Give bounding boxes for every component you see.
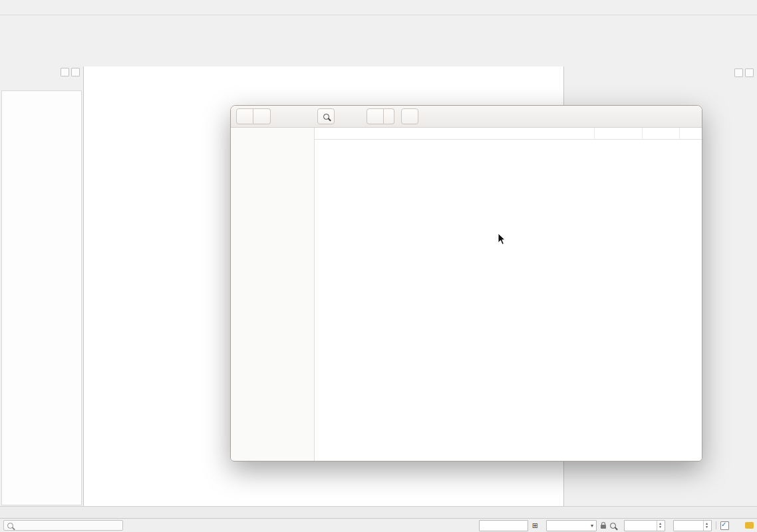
locate-input[interactable]: [3, 520, 123, 531]
search-button[interactable]: [317, 108, 335, 124]
bottom-tab-band: [0, 506, 757, 519]
forward-button[interactable]: [253, 108, 271, 124]
chevron-down-icon: ▾: [591, 523, 593, 529]
column-header-star[interactable]: [680, 128, 702, 139]
window-controls: [425, 110, 470, 122]
close-panel-icon[interactable]: [745, 68, 754, 77]
magnifier-icon: [610, 523, 616, 529]
layers-panel-titlebar: [0, 66, 83, 78]
back-button[interactable]: [236, 108, 253, 124]
hamburger-menu-button[interactable]: [401, 108, 418, 124]
toolbar-row-1: [0, 15, 757, 33]
search-icon: [323, 114, 329, 120]
file-list-pane: [315, 128, 702, 461]
places-sidebar: [231, 128, 315, 461]
left-dock-tabs: [0, 507, 84, 519]
layers-panel: [0, 66, 84, 507]
list-column-headers: [315, 128, 702, 140]
qgis-window: ⊞ ▾ ▲▼ ▲▼: [0, 0, 757, 532]
column-header-modified[interactable]: [643, 128, 680, 139]
spinner-arrows-icon[interactable]: ▲▼: [703, 521, 708, 531]
magnifier-spinbox[interactable]: ▲▼: [624, 520, 665, 531]
search-button-group: [317, 108, 337, 124]
messages-button[interactable]: [745, 522, 754, 529]
extents-toggle-button[interactable]: ⊞: [532, 522, 538, 529]
styling-panel-window-buttons: [734, 68, 754, 77]
lock-scale-icon[interactable]: [601, 525, 606, 529]
toolbar-row-2: [0, 33, 757, 50]
maximize-button[interactable]: [442, 110, 454, 122]
nav-buttons: [236, 108, 271, 124]
menubar: [0, 0, 757, 15]
menu-button-group: [401, 108, 418, 124]
layers-panel-toolbar: [0, 78, 83, 90]
minimize-button[interactable]: [425, 110, 437, 122]
search-icon: [7, 523, 13, 529]
render-checkbox[interactable]: [720, 521, 729, 530]
layers-panel-window-buttons: [61, 68, 80, 76]
scale-combobox[interactable]: ▾: [546, 520, 597, 531]
column-header-name[interactable]: [315, 128, 595, 139]
view-options-dropdown[interactable]: [384, 108, 394, 124]
coordinate-input[interactable]: [479, 520, 528, 531]
file-manager-body: [231, 128, 702, 461]
toolbar-row-3: [0, 50, 757, 67]
statusbar: ⊞ ▾ ▲▼ ▲▼: [0, 518, 757, 532]
column-header-size[interactable]: [595, 128, 643, 139]
layer-styling-titlebar: [564, 66, 757, 78]
rotation-spinbox[interactable]: ▲▼: [673, 520, 712, 531]
close-button[interactable]: [458, 110, 470, 122]
layers-tree-area[interactable]: [1, 90, 82, 505]
file-manager-window: [230, 105, 702, 462]
float-panel-icon[interactable]: [61, 68, 69, 76]
view-toggle-group: [367, 108, 394, 124]
file-manager-headerbar: [231, 106, 702, 128]
toolbar-area: [0, 15, 757, 68]
grid-view-button[interactable]: [367, 108, 384, 124]
file-list[interactable]: [315, 140, 702, 461]
float-panel-icon[interactable]: [734, 68, 743, 77]
close-panel-icon[interactable]: [71, 68, 80, 76]
spinner-arrows-icon[interactable]: ▲▼: [657, 521, 662, 531]
